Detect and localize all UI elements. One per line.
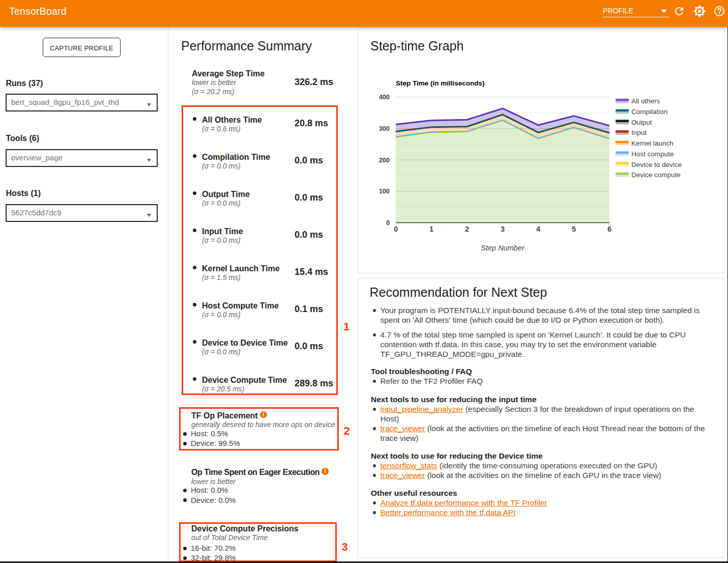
svg-text:3: 3 xyxy=(501,225,505,233)
svg-text:5: 5 xyxy=(572,225,576,233)
svg-text:Input: Input xyxy=(631,129,647,136)
svg-text:Kernel launch: Kernel launch xyxy=(631,139,674,147)
svg-text:Device compute: Device compute xyxy=(631,171,681,179)
svg-text:2: 2 xyxy=(465,225,469,233)
svg-text:All others: All others xyxy=(631,97,660,105)
svg-text:Compilation: Compilation xyxy=(631,108,667,116)
svg-text:4: 4 xyxy=(536,225,540,233)
svg-text:Step Time (in milliseconds): Step Time (in milliseconds) xyxy=(396,79,485,87)
svg-text:200: 200 xyxy=(379,156,390,164)
svg-text:300: 300 xyxy=(379,125,390,132)
svg-text:0: 0 xyxy=(394,225,398,233)
svg-text:1: 1 xyxy=(429,225,433,233)
svg-text:100: 100 xyxy=(379,187,390,195)
svg-text:6: 6 xyxy=(607,225,611,233)
svg-text:Device to device: Device to device xyxy=(631,161,682,168)
svg-text:Step Number: Step Number xyxy=(481,244,525,252)
svg-text:Output: Output xyxy=(631,119,652,126)
svg-text:Host compute: Host compute xyxy=(631,150,674,158)
svg-text:400: 400 xyxy=(379,93,390,101)
svg-text:0: 0 xyxy=(386,219,390,227)
